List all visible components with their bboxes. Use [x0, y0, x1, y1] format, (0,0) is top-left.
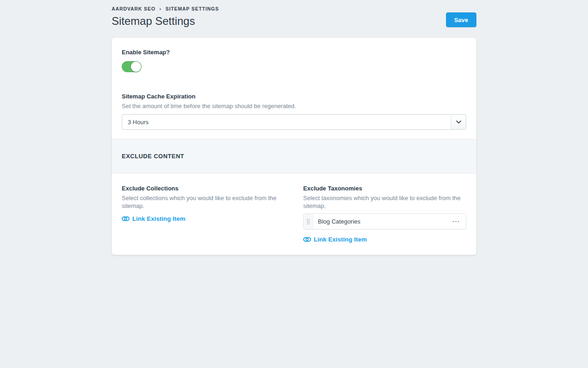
exclude-taxonomies-label: Exclude Taxonomies [303, 185, 466, 192]
chain-link-icon [122, 216, 130, 221]
exclude-content-heading: EXCLUDE CONTENT [122, 153, 184, 160]
enable-sitemap-section: Enable Sitemap? [112, 38, 476, 90]
chevron-down-icon[interactable] [451, 115, 466, 129]
breadcrumb-parent[interactable]: AARDVARK SEO [112, 6, 155, 12]
cache-expiration-section: Sitemap Cache Expiration Set the amount … [112, 90, 476, 139]
header-titles: AARDVARK SEO › SITEMAP SETTINGS Sitemap … [112, 6, 219, 28]
enable-sitemap-label: Enable Sitemap? [122, 49, 466, 56]
exclude-taxonomies-field: Exclude Taxonomies Select taxonomies whi… [303, 185, 466, 244]
toggle-knob [131, 62, 141, 72]
drag-handle-icon[interactable] [304, 214, 313, 229]
exclude-content-band: EXCLUDE CONTENT [112, 139, 476, 173]
taxonomy-item-row[interactable]: Blog Categories ••• [303, 213, 466, 230]
save-button[interactable]: Save [446, 12, 476, 27]
link-existing-item-collections[interactable]: Link Existing Item [122, 215, 186, 222]
ellipsis-menu-icon[interactable]: ••• [447, 219, 466, 224]
link-existing-item-label: Link Existing Item [314, 236, 367, 243]
breadcrumb-current: SITEMAP SETTINGS [165, 6, 219, 12]
settings-card: Enable Sitemap? Sitemap Cache Expiration… [112, 38, 476, 255]
taxonomy-item-title: Blog Categories [313, 218, 447, 225]
enable-sitemap-toggle[interactable] [122, 61, 141, 72]
exclude-collections-description: Select collections which you would like … [122, 194, 285, 210]
breadcrumb-separator: › [159, 6, 161, 12]
page-title: Sitemap Settings [112, 15, 219, 28]
select-selected-value: 3 Hours [122, 119, 451, 126]
cache-expiration-select[interactable]: 3 Hours [122, 114, 466, 130]
page-header: AARDVARK SEO › SITEMAP SETTINGS Sitemap … [112, 6, 476, 28]
chain-link-icon [303, 237, 311, 242]
content-container: AARDVARK SEO › SITEMAP SETTINGS Sitemap … [112, 0, 476, 255]
link-existing-item-taxonomies[interactable]: Link Existing Item [303, 236, 367, 243]
breadcrumb: AARDVARK SEO › SITEMAP SETTINGS [112, 6, 219, 12]
cache-expiration-label: Sitemap Cache Expiration [122, 93, 466, 100]
exclude-collections-field: Exclude Collections Select collections w… [122, 185, 285, 244]
exclude-fields-section: Exclude Collections Select collections w… [112, 173, 476, 255]
exclude-collections-label: Exclude Collections [122, 185, 285, 192]
exclude-taxonomies-description: Select taxonomies which you would like t… [303, 194, 466, 210]
cache-expiration-description: Set the amount of time before the sitema… [122, 102, 466, 110]
link-existing-item-label: Link Existing Item [132, 215, 186, 222]
